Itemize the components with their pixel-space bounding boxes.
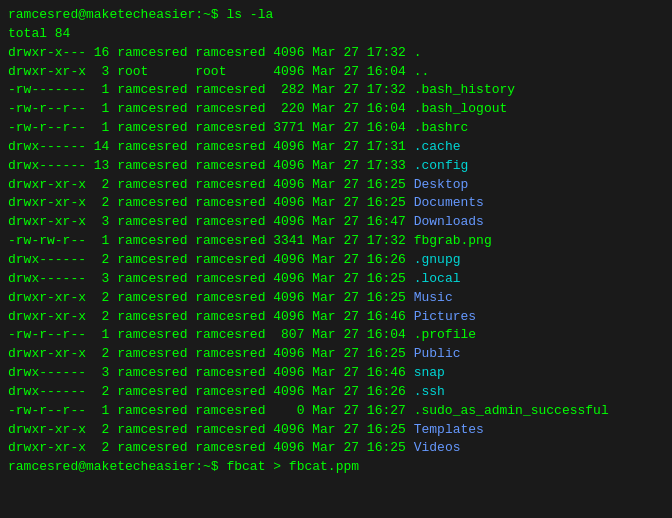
ls-entry-pictures: drwxr-xr-x 2 ramcesred ramcesred 4096 Ma… [8, 308, 664, 327]
ls-entry-documents: drwxr-xr-x 2 ramcesred ramcesred 4096 Ma… [8, 194, 664, 213]
ls-entry-dot: drwxr-x--- 16 ramcesred ramcesred 4096 M… [8, 44, 664, 63]
ls-entry-sudo: -rw-r--r-- 1 ramcesred ramcesred 0 Mar 2… [8, 402, 664, 421]
prompt-line-2: ramcesred@maketecheasier:~$ fbcat > fbca… [8, 458, 664, 477]
ls-entry-music: drwxr-xr-x 2 ramcesred ramcesred 4096 Ma… [8, 289, 664, 308]
ls-entry-dotdot: drwxr-xr-x 3 root root 4096 Mar 27 16:04… [8, 63, 664, 82]
ls-entry-config: drwx------ 13 ramcesred ramcesred 4096 M… [8, 157, 664, 176]
terminal-window: ramcesred@maketecheasier:~$ ls -la total… [0, 0, 672, 518]
total-line: total 84 [8, 25, 664, 44]
ls-entry-public: drwxr-xr-x 2 ramcesred ramcesred 4096 Ma… [8, 345, 664, 364]
blank-line-1 [8, 477, 664, 496]
blank-line-2 [8, 496, 664, 515]
ls-entry-gnupg: drwx------ 2 ramcesred ramcesred 4096 Ma… [8, 251, 664, 270]
ls-entry-bash-history: -rw------- 1 ramcesred ramcesred 282 Mar… [8, 81, 664, 100]
ls-entry-profile: -rw-r--r-- 1 ramcesred ramcesred 807 Mar… [8, 326, 664, 345]
ls-entry-cache: drwx------ 14 ramcesred ramcesred 4096 M… [8, 138, 664, 157]
ls-entry-downloads: drwxr-xr-x 3 ramcesred ramcesred 4096 Ma… [8, 213, 664, 232]
ls-entry-snap: drwx------ 3 ramcesred ramcesred 4096 Ma… [8, 364, 664, 383]
ls-entry-bash-logout: -rw-r--r-- 1 ramcesred ramcesred 220 Mar… [8, 100, 664, 119]
ls-entry-ssh: drwx------ 2 ramcesred ramcesred 4096 Ma… [8, 383, 664, 402]
ls-entry-templates: drwxr-xr-x 2 ramcesred ramcesred 4096 Ma… [8, 421, 664, 440]
ls-entry-desktop: drwxr-xr-x 2 ramcesred ramcesred 4096 Ma… [8, 176, 664, 195]
ls-entry-bashrc: -rw-r--r-- 1 ramcesred ramcesred 3771 Ma… [8, 119, 664, 138]
ls-entry-videos: drwxr-xr-x 2 ramcesred ramcesred 4096 Ma… [8, 439, 664, 458]
ls-entry-local: drwx------ 3 ramcesred ramcesred 4096 Ma… [8, 270, 664, 289]
prompt-line-1: ramcesred@maketecheasier:~$ ls -la [8, 6, 664, 25]
ls-entry-fbgrab: -rw-rw-r-- 1 ramcesred ramcesred 3341 Ma… [8, 232, 664, 251]
